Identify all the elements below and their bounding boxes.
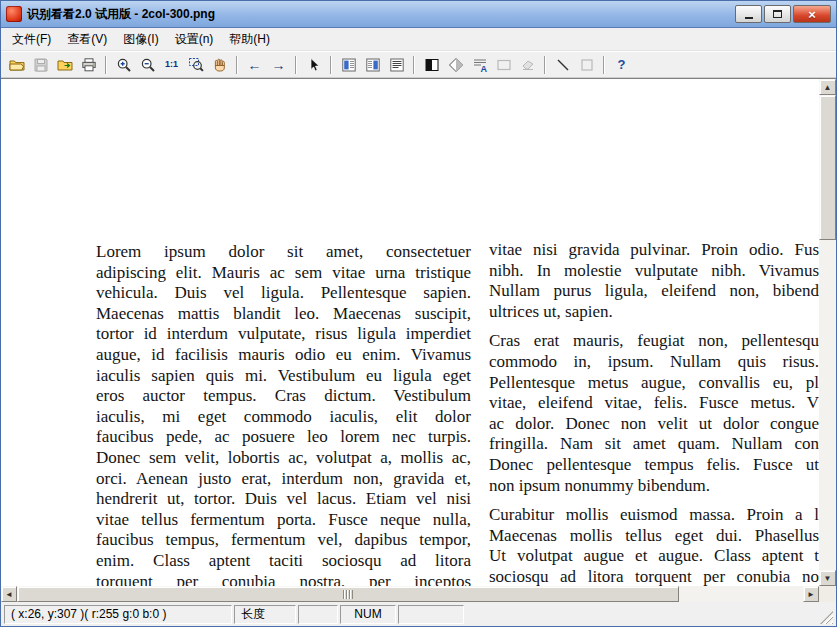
scroll-right-button[interactable]: ► bbox=[803, 586, 819, 602]
scroll-up-button[interactable]: ▲ bbox=[819, 79, 836, 95]
text-column-left: Lorem ipsum dolor sit amet, consectetuer… bbox=[96, 242, 471, 586]
draw-line-button[interactable] bbox=[551, 54, 574, 76]
toolbar-separator bbox=[413, 56, 415, 74]
prev-page-button[interactable]: ← bbox=[243, 54, 266, 76]
main-area: Lorem ipsum dolor sit amet, consectetuer… bbox=[1, 78, 836, 601]
arrow-right-icon: → bbox=[272, 58, 286, 72]
browse-button[interactable] bbox=[53, 54, 76, 76]
text-line: ac dolor. Donec non velit ut dolor congu… bbox=[489, 414, 819, 435]
maximize-button[interactable] bbox=[764, 5, 791, 23]
text-line: iaculis, mi eget commodo iaculis, elit d… bbox=[96, 407, 471, 428]
scroll-down-icon: ▼ bbox=[824, 574, 832, 583]
text-line: non ipsum nonummy bibendum. bbox=[489, 476, 819, 497]
paragraph: Curabitur mollis euismod massa. Proin a … bbox=[489, 505, 819, 586]
close-button[interactable]: × bbox=[793, 5, 831, 23]
rect-icon bbox=[496, 57, 512, 73]
layout-left-icon bbox=[341, 57, 357, 73]
zoom-rect-icon bbox=[188, 57, 204, 73]
scroll-down-button[interactable]: ▼ bbox=[819, 570, 836, 586]
layout-lines-button[interactable] bbox=[385, 54, 408, 76]
menu-item-view[interactable]: 查看(V) bbox=[59, 28, 115, 51]
text-line: Donec sem velit, lobortis ac, volutpat a… bbox=[96, 448, 471, 469]
text-line: Curabitur mollis euismod massa. Proin a … bbox=[489, 505, 819, 526]
menu-item-image[interactable]: 图像(I) bbox=[115, 28, 166, 51]
text-line: Maecenas mollis tellus eget dui. Phasell… bbox=[489, 526, 819, 547]
invert-button[interactable] bbox=[420, 54, 443, 76]
text-line: torquent per conubia nostra, per incepto… bbox=[96, 572, 471, 587]
invert-icon bbox=[424, 57, 440, 73]
paragraph: Lorem ipsum dolor sit amet, consectetuer… bbox=[96, 242, 471, 586]
eraser-button bbox=[516, 54, 539, 76]
text-line: enim. Class aptent taciti sociosqu ad li… bbox=[96, 551, 471, 572]
text-line: Lorem ipsum dolor sit amet, consectetuer bbox=[96, 242, 471, 263]
text-line: commodo in, ipsum. Nullam quis risus. bbox=[489, 352, 819, 373]
vertical-scroll-thumb[interactable] bbox=[819, 95, 836, 240]
select-icon bbox=[306, 57, 322, 73]
text-line: Donec pellentesque tempus felis. Fusce u… bbox=[489, 455, 819, 476]
toolbar-separator bbox=[603, 56, 605, 74]
open-button[interactable] bbox=[5, 54, 28, 76]
layout-left-button[interactable] bbox=[337, 54, 360, 76]
text-line: Maecenas mattis blandit leo. Maecenas su… bbox=[96, 304, 471, 325]
toolbar-separator bbox=[330, 56, 332, 74]
menu-item-file[interactable]: 文件(F) bbox=[4, 28, 59, 51]
status-pane-pixel-info: ( x:26, y:307 )( r:255 g:0 b:0 ) bbox=[4, 605, 232, 624]
zoom-out-icon bbox=[140, 57, 156, 73]
paragraph: Cras erat mauris, feugiat non, pellentes… bbox=[489, 331, 819, 496]
maximize-icon bbox=[773, 10, 782, 18]
scroll-left-icon: ◄ bbox=[5, 590, 13, 599]
text-line: Nullam purus ligula, eleifend non, biben… bbox=[489, 281, 819, 302]
horizontal-scrollbar[interactable]: ◄ ► bbox=[1, 586, 819, 602]
text-line: vitae tellus fermentum porta. Fusce nequ… bbox=[96, 510, 471, 531]
menu-item-settings[interactable]: 设置(n) bbox=[167, 28, 222, 51]
document-canvas[interactable]: Lorem ipsum dolor sit amet, consectetuer… bbox=[1, 79, 819, 586]
minimize-button[interactable] bbox=[735, 5, 762, 23]
vertical-scrollbar[interactable]: ▲ ▼ bbox=[819, 79, 836, 586]
text-line: iaculis sapien quis mi. Vestibulum eu li… bbox=[96, 366, 471, 387]
text-line: tortor id interdum vulputate, risus ligu… bbox=[96, 324, 471, 345]
draw-rect-button bbox=[492, 54, 515, 76]
app-icon bbox=[6, 6, 22, 22]
next-page-button[interactable]: → bbox=[267, 54, 290, 76]
actual-size-button[interactable]: 1:1 bbox=[160, 54, 183, 76]
text-line: fringilla. Nam sit amet quam. Nullam con bbox=[489, 434, 819, 455]
horizontal-scroll-thumb[interactable] bbox=[17, 586, 679, 602]
scroll-left-button[interactable]: ◄ bbox=[1, 586, 17, 602]
one-to-one-icon: 1:1 bbox=[165, 60, 178, 69]
menu-item-help[interactable]: 帮助(H) bbox=[221, 28, 278, 51]
window-title: 识别看看2.0 试用版 - 2col-300.png bbox=[27, 6, 215, 23]
zoom-area-button[interactable] bbox=[184, 54, 207, 76]
status-pane-pane-5 bbox=[398, 605, 464, 624]
help-button[interactable]: ? bbox=[610, 54, 633, 76]
scrollbar-corner bbox=[819, 586, 836, 602]
eraser-icon bbox=[520, 57, 536, 73]
text-line: orci. Aenean justo erat, interdum non, g… bbox=[96, 469, 471, 490]
dither-button[interactable] bbox=[444, 54, 467, 76]
ocr-text-button[interactable]: A bbox=[468, 54, 491, 76]
close-icon: × bbox=[808, 8, 816, 21]
zoom-in-icon bbox=[116, 57, 132, 73]
pan-button[interactable] bbox=[208, 54, 231, 76]
text-line: Pellentesque metus augue, convallis eu, … bbox=[489, 373, 819, 394]
zoom-out-button[interactable] bbox=[136, 54, 159, 76]
layout-right-button[interactable] bbox=[361, 54, 384, 76]
text-line: adipiscing elit. Mauris ac sem vitae urn… bbox=[96, 263, 471, 284]
select-region-button[interactable] bbox=[302, 54, 325, 76]
toolbar: 1:1←→A? bbox=[1, 51, 836, 78]
dither-icon bbox=[448, 57, 464, 73]
text-line: vitae, eleifend vitae, felis. Fusce metu… bbox=[489, 393, 819, 414]
text-column-right: vitae nisi gravida pulvinar. Proin odio.… bbox=[489, 240, 819, 586]
text-line: Ut volutpat augue et augue. Class aptent… bbox=[489, 546, 819, 567]
status-pane-length: 长度 bbox=[234, 605, 296, 624]
text-line: nibh. In molestie vulputate nibh. Vivamu… bbox=[489, 261, 819, 282]
printer-icon bbox=[81, 57, 97, 73]
status-pane-num-lock: NUM bbox=[340, 605, 396, 624]
help-icon: ? bbox=[618, 58, 626, 71]
print-button[interactable] bbox=[77, 54, 100, 76]
zoom-in-button[interactable] bbox=[112, 54, 135, 76]
scroll-right-icon: ► bbox=[807, 590, 815, 599]
resize-grip[interactable] bbox=[820, 611, 833, 624]
folder-open-icon bbox=[9, 57, 25, 73]
minimize-icon bbox=[745, 17, 753, 19]
title-bar[interactable]: 识别看看2.0 试用版 - 2col-300.png × bbox=[1, 1, 836, 28]
